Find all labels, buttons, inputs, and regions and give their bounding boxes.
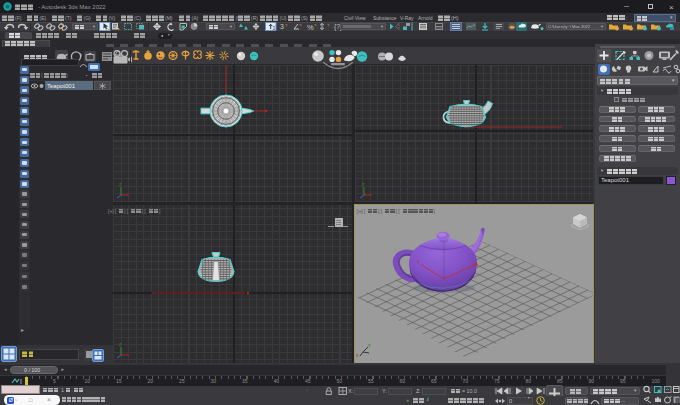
svg-text:?: ?	[314, 23, 317, 28]
svg-text:z: z	[119, 181, 122, 187]
svg-text:z: z	[119, 341, 122, 347]
svg-text:x: x	[356, 352, 359, 358]
svg-text:?: ?	[299, 23, 302, 28]
svg-text:z: z	[368, 342, 371, 348]
svg-text:?: ?	[327, 23, 330, 28]
svg-text:%: %	[307, 23, 314, 32]
svg-text:?: ?	[285, 23, 288, 28]
svg-text:z: z	[362, 181, 365, 187]
svg-text:3: 3	[280, 23, 284, 30]
